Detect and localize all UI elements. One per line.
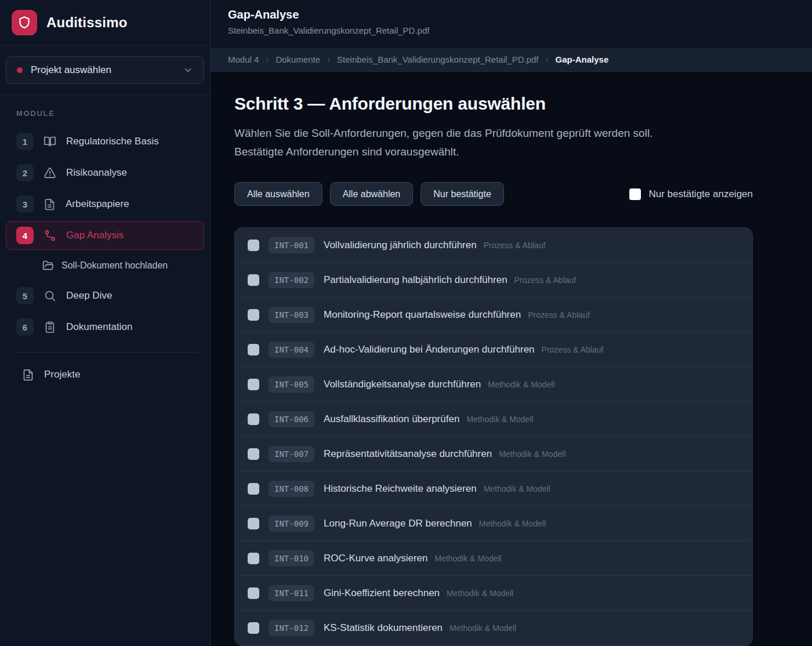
clipboard-list-icon <box>44 321 56 333</box>
sidebar-item-arbeitspapiere[interactable]: 3 Arbeitspapiere <box>6 190 204 219</box>
file-text-icon <box>22 369 34 381</box>
requirement-row[interactable]: INT-012 KS-Statistik dokumentieren Metho… <box>235 611 752 645</box>
sidebar-item-label: Risikoanalyse <box>66 167 127 179</box>
breadcrumb: Modul 4 › Dokumente › Steinbeis_Bank_Val… <box>211 48 812 72</box>
requirement-title: Gini-Koeffizient berechnen <box>324 587 440 599</box>
module-number-badge: 5 <box>16 287 34 304</box>
requirement-code-badge: INT-002 <box>269 272 314 288</box>
sidebar-item-projekte[interactable]: Projekte <box>6 361 204 389</box>
requirement-row[interactable]: INT-006 Ausfallklassifikation überprüfen… <box>235 402 752 437</box>
project-selector-wrap: Projekt auswählen <box>0 46 210 95</box>
confirmed-only-checkbox[interactable] <box>629 188 641 200</box>
module-number-badge: 2 <box>16 164 34 182</box>
step-description-line1: Wählen Sie die Soll-Anforderungen, gegen… <box>234 124 754 143</box>
breadcrumb-item: Gap-Analyse <box>556 55 609 64</box>
requirement-category: Methodik & Modell <box>466 415 533 424</box>
requirement-row[interactable]: INT-005 Vollständigkeitsanalyse durchfüh… <box>235 367 752 402</box>
requirement-code-badge: INT-007 <box>269 446 314 462</box>
breadcrumb-item[interactable]: Dokumente <box>276 55 320 64</box>
requirement-checkbox[interactable] <box>248 587 259 599</box>
sidebar-item-label: Dokumentation <box>66 321 132 333</box>
toolbar: Alle auswählen Alle abwählen Nur bestäti… <box>234 182 753 206</box>
book-open-icon <box>44 135 56 148</box>
requirement-row[interactable]: INT-002 Partialvalidierung halbjährlich … <box>235 263 752 297</box>
alert-triangle-icon <box>44 166 56 179</box>
requirement-code-badge: INT-005 <box>269 376 314 393</box>
sidebar-item-regulatorische-basis[interactable]: 1 Regulatorische Basis <box>6 127 204 156</box>
module-number-badge: 1 <box>16 133 34 150</box>
search-icon <box>44 289 56 302</box>
requirement-row[interactable]: INT-008 Historische Reichweite analysier… <box>235 471 752 506</box>
requirement-category: Prozess & Ablauf <box>528 310 590 320</box>
requirement-title: Vollständigkeitsanalyse durchführen <box>324 379 481 390</box>
sidebar-item-dokumentation[interactable]: 6 Dokumentation <box>6 313 204 342</box>
requirement-title: Monitoring-Report quartalsweise durchfüh… <box>324 309 521 321</box>
requirement-checkbox[interactable] <box>248 622 259 634</box>
sidebar-item-risikoanalyse[interactable]: 2 Risikoanalyse <box>6 158 204 187</box>
sidebar: Auditissimo Projekt auswählen MODULE 1 R… <box>0 0 211 646</box>
requirement-row[interactable]: INT-001 Vollvalidierung jährlich durchfü… <box>235 228 752 263</box>
content: Schritt 3 — Anforderungen auswählen Wähl… <box>211 72 812 646</box>
requirement-checkbox[interactable] <box>248 379 259 390</box>
module-section-label: MODULE <box>16 109 194 118</box>
sidebar-subitem-upload-target-document[interactable]: Soll-Dokument hochladen <box>6 252 204 279</box>
requirement-checkbox[interactable] <box>248 518 259 529</box>
requirement-row[interactable]: INT-009 Long-Run Average DR berechnen Me… <box>235 506 752 541</box>
module-number-badge: 4 <box>16 227 34 244</box>
requirement-category: Methodik & Modell <box>435 554 502 563</box>
requirement-code-badge: INT-006 <box>269 411 314 427</box>
requirement-title: KS-Statistik dokumentieren <box>324 622 443 634</box>
requirement-category: Methodik & Modell <box>499 449 566 459</box>
breadcrumb-separator: › <box>266 55 269 64</box>
only-confirmed-button[interactable]: Nur bestätigte <box>420 182 504 206</box>
requirement-title: Long-Run Average DR berechnen <box>324 518 472 529</box>
module-number-badge: 3 <box>16 195 34 213</box>
page-header: Gap-Analyse Steinbeis_Bank_Validierungsk… <box>211 0 812 48</box>
deselect-all-button[interactable]: Alle abwählen <box>330 182 414 206</box>
select-all-button[interactable]: Alle auswählen <box>234 182 322 206</box>
folder-open-icon <box>42 260 54 271</box>
requirement-checkbox[interactable] <box>248 344 259 355</box>
requirement-checkbox[interactable] <box>248 448 259 460</box>
requirement-checkbox[interactable] <box>248 239 259 251</box>
requirement-code-badge: INT-004 <box>269 342 314 358</box>
sidebar-item-label: Deep Dive <box>66 290 112 302</box>
requirement-title: Repräsentativitätsanalyse durchführen <box>324 448 492 460</box>
requirement-title: ROC-Kurve analysieren <box>324 553 428 564</box>
shield-icon <box>17 15 32 30</box>
requirement-category: Prozess & Ablauf <box>484 241 546 250</box>
requirement-category: Methodik & Modell <box>449 623 516 633</box>
requirement-row[interactable]: INT-004 Ad-hoc-Validierung bei Änderunge… <box>235 332 752 367</box>
route-icon <box>44 229 56 242</box>
requirement-category: Methodik & Modell <box>488 380 554 389</box>
requirement-checkbox[interactable] <box>248 483 259 495</box>
breadcrumb-item[interactable]: Modul 4 <box>228 55 259 64</box>
requirement-row[interactable]: INT-007 Repräsentativitätsanalyse durchf… <box>235 437 752 471</box>
requirement-title: Ausfallklassifikation überprüfen <box>324 413 459 425</box>
requirement-row[interactable]: INT-010 ROC-Kurve analysieren Methodik &… <box>235 541 752 576</box>
requirement-code-badge: INT-009 <box>269 516 314 532</box>
project-selector[interactable]: Projekt auswählen <box>6 56 204 84</box>
breadcrumb-item[interactable]: Steinbeis_Bank_Validierungskonzept_Retai… <box>337 55 538 64</box>
requirement-row[interactable]: INT-011 Gini-Koeffizient berechnen Metho… <box>235 576 752 611</box>
app-logo <box>12 10 37 35</box>
sidebar-item-gap-analysis[interactable]: 4 Gap Analysis <box>6 221 204 250</box>
breadcrumb-separator: › <box>327 55 330 64</box>
sidebar-item-deep-dive[interactable]: 5 Deep Dive <box>6 281 204 310</box>
requirement-title: Historische Reichweite analysieren <box>324 483 477 495</box>
sidebar-item-label: Arbeitspapiere <box>66 198 129 210</box>
requirement-checkbox[interactable] <box>248 413 259 425</box>
app-logo-row: Auditissimo <box>0 0 210 46</box>
requirement-category: Methodik & Modell <box>484 484 550 493</box>
requirement-checkbox[interactable] <box>248 274 259 286</box>
project-status-dot <box>17 67 23 73</box>
requirement-checkbox[interactable] <box>248 309 259 321</box>
requirement-row[interactable]: INT-003 Monitoring-Report quartalsweise … <box>235 297 752 332</box>
project-selector-label: Projekt auswählen <box>31 64 111 76</box>
sidebar-subitem-label: Soll-Dokument hochladen <box>61 260 168 271</box>
requirement-checkbox[interactable] <box>248 553 259 564</box>
confirmed-only-filter[interactable]: Nur bestätigte anzeigen <box>629 188 753 200</box>
file-text-icon <box>44 198 56 211</box>
module-number-badge: 6 <box>16 318 34 336</box>
sidebar-item-label: Gap Analysis <box>66 230 124 241</box>
